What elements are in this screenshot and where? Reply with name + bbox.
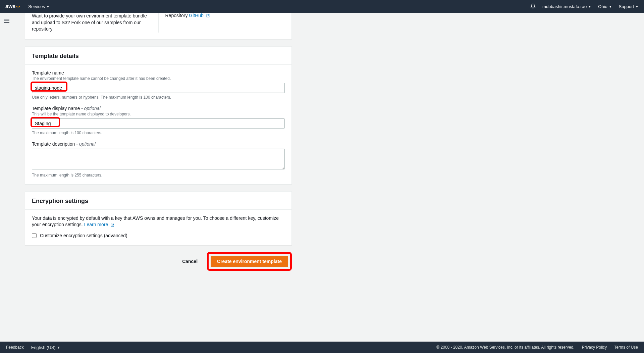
footer: Feedback English (US) ▼ © 2008 - 2020, A… [0, 342, 644, 353]
action-row: Cancel Create environment template [25, 252, 292, 271]
external-link-icon [206, 14, 210, 18]
services-label: Services [28, 4, 45, 9]
region-label: Ohio [598, 4, 607, 9]
top-nav: aws⌣ Services ▼ mubbashir.mustafa.rao ▼ … [0, 0, 644, 13]
learn-more-link[interactable]: Learn more [84, 222, 114, 227]
description-label: Template description - optional [32, 141, 285, 147]
bell-icon [530, 3, 536, 9]
description-textarea[interactable] [32, 149, 285, 169]
display-name-label: Template display name - optional [32, 106, 285, 111]
customize-encryption-row: Customize encryption settings (advanced) [32, 233, 285, 238]
description-bottom-hint: The maximum length is 255 characters. [32, 173, 285, 178]
chevron-down-icon: ▼ [57, 346, 60, 349]
services-menu[interactable]: Services ▼ [28, 4, 50, 9]
region-menu[interactable]: Ohio ▼ [598, 4, 612, 9]
sample-row: Want to provide your own environment tem… [32, 13, 285, 33]
feedback-link[interactable]: Feedback [6, 345, 24, 350]
template-name-bottom-hint: Use only letters, numbers or hyphens. Th… [32, 95, 285, 100]
footer-right: © 2008 - 2020, Amazon Web Services, Inc.… [436, 345, 638, 350]
display-name-bottom-hint: The maximum length is 100 characters. [32, 131, 285, 135]
template-details-header: Template details [25, 47, 291, 65]
footer-left: Feedback English (US) ▼ [6, 345, 60, 350]
language-label: English (US) [31, 345, 56, 350]
customize-encryption-label: Customize encryption settings (advanced) [40, 233, 127, 238]
display-name-hint: This will be the template name displayed… [32, 112, 285, 116]
description-group: Template description - optional The maxi… [32, 141, 285, 178]
sample-bundle-panel: Want to provide your own environment tem… [25, 13, 292, 40]
encryption-description: Your data is encrypted by default with a… [32, 215, 285, 228]
aws-swoosh-icon: ⌣ [16, 3, 20, 10]
template-details-title: Template details [32, 53, 285, 60]
template-name-hint: The environment template name cannot be … [32, 76, 285, 81]
content-wrapper: Want to provide your own environment tem… [0, 13, 644, 342]
encryption-title: Encryption settings [32, 198, 285, 205]
language-menu[interactable]: English (US) ▼ [31, 345, 60, 350]
template-name-input[interactable] [32, 83, 285, 93]
encryption-body: Your data is encrypted by default with a… [25, 210, 291, 245]
support-menu[interactable]: Support ▼ [619, 4, 639, 9]
display-name-label-text: Template display name [32, 106, 80, 111]
chevron-down-icon: ▼ [635, 5, 639, 8]
learn-more-text: Learn more [84, 222, 108, 227]
cancel-button[interactable]: Cancel [178, 256, 202, 267]
privacy-policy-link[interactable]: Privacy Policy [582, 345, 607, 350]
external-link-icon [110, 223, 114, 227]
support-label: Support [619, 4, 634, 9]
copyright-text: © 2008 - 2020, Amazon Web Services, Inc.… [436, 345, 574, 350]
chevron-down-icon: ▼ [46, 5, 50, 8]
template-name-label: Template name [32, 70, 285, 75]
sidebar-toggle-area [0, 13, 13, 342]
github-link[interactable]: GitHub [189, 13, 210, 18]
display-name-group: Template display name - optional This wi… [32, 106, 285, 135]
hamburger-icon[interactable] [4, 19, 9, 23]
description-optional: - optional [76, 141, 96, 147]
account-menu[interactable]: mubbashir.mustafa.rao ▼ [542, 4, 591, 9]
customize-encryption-checkbox[interactable] [32, 233, 37, 238]
display-name-input[interactable] [32, 118, 285, 129]
top-nav-left: aws⌣ Services ▼ [5, 3, 50, 10]
aws-logo[interactable]: aws⌣ [5, 3, 20, 10]
repository-label: Repository [165, 13, 188, 18]
aws-logo-text: aws [5, 3, 15, 9]
chevron-down-icon: ▼ [609, 5, 612, 8]
chevron-down-icon: ▼ [588, 5, 591, 8]
template-details-body: Template name The environment template n… [25, 65, 291, 184]
description-label-text: Template description [32, 141, 75, 147]
encryption-text: Your data is encrypted by default with a… [32, 215, 279, 228]
encryption-panel: Encryption settings Your data is encrypt… [25, 191, 292, 245]
github-link-text: GitHub [189, 13, 204, 18]
create-environment-template-button[interactable]: Create environment template [211, 256, 288, 267]
template-details-panel: Template details Template name The envir… [25, 46, 292, 185]
main-area: Want to provide your own environment tem… [13, 13, 305, 342]
repository-cell: Repository GitHub [159, 13, 285, 33]
encryption-header: Encryption settings [25, 192, 291, 210]
notifications-button[interactable] [530, 3, 536, 10]
top-nav-right: mubbashir.mustafa.rao ▼ Ohio ▼ Support ▼ [530, 3, 639, 10]
template-name-group: Template name The environment template n… [32, 70, 285, 100]
highlight-box: Create environment template [207, 252, 292, 271]
display-name-optional: - optional [81, 106, 101, 111]
terms-of-use-link[interactable]: Terms of Use [614, 345, 638, 350]
account-label: mubbashir.mustafa.rao [542, 4, 587, 9]
sample-text: Want to provide your own environment tem… [32, 13, 159, 33]
